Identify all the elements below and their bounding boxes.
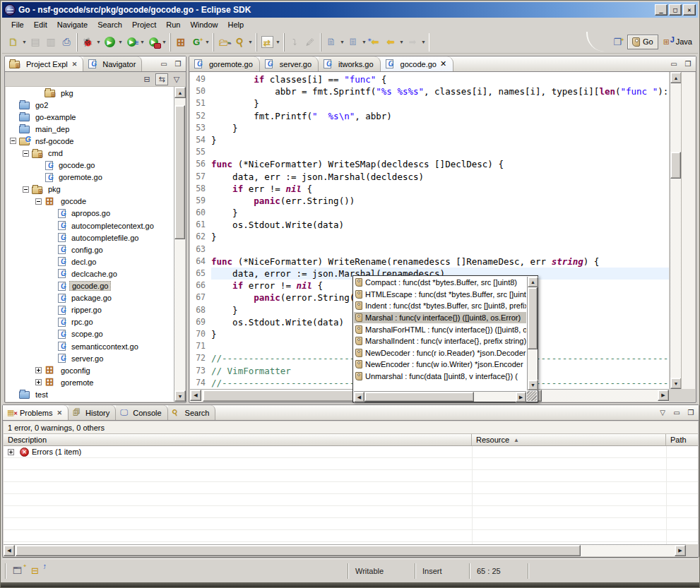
scroll-thumb[interactable] <box>174 105 185 239</box>
editor-vertical-scrollbar[interactable]: ▲ ▼ <box>670 72 681 389</box>
autocomplete-item[interactable]: NewEncoder : func(w io.Writer) *json.Enc… <box>354 359 526 371</box>
close-icon[interactable]: ✕ <box>440 59 446 68</box>
scroll-down-icon[interactable]: ▼ <box>670 378 682 389</box>
tree-item-gocode-go[interactable]: gocode.go <box>6 160 174 172</box>
scroll-thumb[interactable] <box>16 545 581 556</box>
dropdown-arrow-icon[interactable]: ▼ <box>398 35 405 50</box>
tree-item-declcache-go[interactable]: declcache.go <box>6 268 174 280</box>
autocomplete-item[interactable]: Unmarshal : func(data []uint8, v interfa… <box>354 371 526 383</box>
run-last-button[interactable] <box>124 35 139 50</box>
tree-item-pkg[interactable]: pkg <box>6 184 174 196</box>
open-resource-button[interactable] <box>216 35 232 50</box>
tree-item-test[interactable]: test <box>6 388 174 400</box>
problems-horizontal-scrollbar[interactable]: ◀ ▶ <box>4 544 686 556</box>
autocomplete-vertical-scrollbar[interactable]: ▲ ▼ <box>527 277 538 390</box>
debug-button[interactable] <box>80 35 95 50</box>
collapse-icon[interactable] <box>10 138 16 144</box>
tree-item-main-dep[interactable]: main_dep <box>6 123 174 135</box>
mark-occ-button[interactable] <box>259 35 275 50</box>
collapse-icon[interactable] <box>35 198 42 205</box>
tree-item-ripper-go[interactable]: ripper.go <box>6 304 174 316</box>
title-bar[interactable]: Go - nsf-gocode/src/pkg/gocode/gocode.go… <box>2 2 698 18</box>
autocomplete-item[interactable]: MarshalIndent : func(v interface{}, pref… <box>354 335 526 347</box>
tree-item-package-go[interactable]: package.go <box>6 292 174 304</box>
link-with-editor-icon[interactable]: ⇆ <box>155 73 168 85</box>
tree-item-server-go[interactable]: server.go <box>6 352 174 364</box>
tree-item-cmd[interactable]: cmd <box>6 147 174 159</box>
scroll-right-icon[interactable]: ▶ <box>675 545 686 556</box>
dropdown-arrow-icon[interactable]: ▼ <box>275 35 281 50</box>
editor-maximize-icon[interactable]: ❐ <box>682 59 694 68</box>
problems-minimize-icon[interactable]: ▭ <box>671 407 682 417</box>
show-view-icon[interactable] <box>31 565 44 577</box>
menu-navigate[interactable]: Navigate <box>52 19 93 30</box>
back-button[interactable] <box>383 35 398 50</box>
tab-project-expl[interactable]: Project Expl✕ <box>5 56 83 71</box>
tree-item-autocompletefile-go[interactable]: autocompletefile.go <box>6 232 174 244</box>
new-wizard-button[interactable] <box>6 35 21 50</box>
menu-run[interactable]: Run <box>161 19 185 30</box>
tree-item-goremote[interactable]: goremote <box>6 376 174 388</box>
search-button[interactable] <box>232 35 247 50</box>
tree-item-gocode[interactable]: gocode <box>6 196 174 208</box>
column-header-path[interactable]: Path <box>666 434 698 445</box>
overview-ruler[interactable] <box>681 72 695 389</box>
tab-search[interactable]: Search <box>168 405 216 420</box>
problems-row-errors[interactable]: ✕Errors (1 item) <box>4 446 698 458</box>
tab-problems[interactable]: Problems✕ <box>3 405 69 420</box>
menu-project[interactable]: Project <box>127 19 161 30</box>
scroll-down-icon[interactable]: ▼ <box>174 390 186 402</box>
scroll-up-icon[interactable]: ▲ <box>174 87 186 98</box>
editor-tab-server-go[interactable]: server.go <box>260 56 319 71</box>
tree-item-goremote-go[interactable]: goremote.go <box>6 172 174 184</box>
explorer-maximize-icon[interactable]: ❐ <box>172 59 184 68</box>
menu-window[interactable]: Window <box>185 19 223 30</box>
collapse-all-icon[interactable]: ⊟ <box>141 73 153 85</box>
close-icon[interactable]: ✕ <box>72 61 78 68</box>
scroll-right-icon[interactable]: ▶ <box>658 390 669 401</box>
perspective-go[interactable]: Go <box>627 35 658 49</box>
tree-item-scope-go[interactable]: scope.go <box>6 328 174 340</box>
tab-navigator[interactable]: Navigator <box>83 56 142 71</box>
scroll-left-icon[interactable]: ◀ <box>190 390 201 401</box>
tree-item-decl-go[interactable]: decl.go <box>6 256 174 268</box>
tree-item-go-example[interactable]: go-example <box>6 111 174 123</box>
scroll-up-icon[interactable]: ▲ <box>670 72 682 83</box>
editor-tab-itworks-go[interactable]: itworks.go <box>319 56 381 71</box>
close-icon[interactable]: ✕ <box>57 409 62 416</box>
collapse-icon[interactable] <box>23 150 29 157</box>
tree-item-gocode-go[interactable]: gocode.go <box>6 280 174 292</box>
collapse-icon[interactable] <box>23 186 29 193</box>
tree-item-rpc-go[interactable]: rpc.go <box>6 316 174 328</box>
close-button[interactable]: ✕ <box>683 4 696 16</box>
autocomplete-item[interactable]: NewDecoder : func(r io.Reader) *json.Dec… <box>354 347 526 359</box>
autocomplete-item[interactable]: MarshalForHTML : func(v interface{}) ([]… <box>354 323 526 335</box>
perspective-java[interactable]: Java <box>660 35 696 49</box>
dropdown-arrow-icon[interactable]: ▼ <box>21 35 28 50</box>
new-go-pkg-button[interactable] <box>173 35 189 50</box>
note1-button[interactable] <box>324 35 339 50</box>
open-perspective-button[interactable] <box>609 33 626 50</box>
new-go-app-button[interactable] <box>189 35 204 50</box>
dropdown-arrow-icon[interactable]: ▼ <box>339 35 345 50</box>
autocomplete-item[interactable]: Marshal : func(v interface{}) ([]uint8, … <box>354 312 526 324</box>
expand-icon[interactable] <box>35 379 42 385</box>
tree-item-semanticcontext-go[interactable]: semanticcontext.go <box>6 340 174 352</box>
dropdown-arrow-icon[interactable]: ▼ <box>361 35 367 50</box>
tree-item-goconfig[interactable]: goconfig <box>6 364 174 376</box>
popup-resize-grip[interactable] <box>527 391 537 401</box>
fast-view-icon[interactable] <box>13 565 25 577</box>
editor-minimize-icon[interactable]: ▭ <box>668 59 680 68</box>
scroll-right-icon[interactable]: ▶ <box>516 392 526 402</box>
last-edit-button[interactable] <box>367 35 383 50</box>
menu-search[interactable]: Search <box>93 19 127 30</box>
dropdown-arrow-icon[interactable]: ▼ <box>161 35 167 50</box>
dropdown-arrow-icon[interactable]: ▼ <box>117 35 124 50</box>
note2-button[interactable] <box>345 35 361 50</box>
expand-icon[interactable] <box>8 449 14 455</box>
scroll-thumb[interactable] <box>364 392 474 402</box>
tree-item-config-go[interactable]: config.go <box>6 244 174 256</box>
menu-edit[interactable]: Edit <box>29 19 52 30</box>
scroll-thumb[interactable] <box>528 287 538 349</box>
autocomplete-horizontal-scrollbar[interactable]: ◀ ▶ <box>354 391 526 402</box>
